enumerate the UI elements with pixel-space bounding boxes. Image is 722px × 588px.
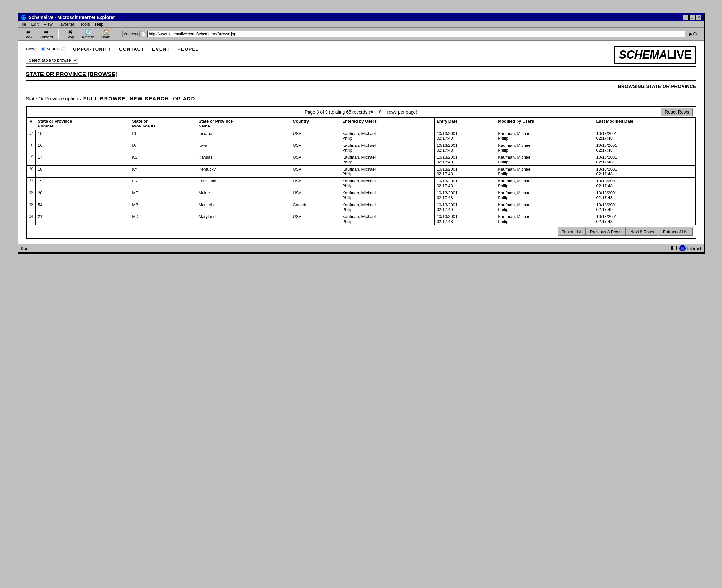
home-button[interactable]: 🏠 Home	[99, 29, 114, 39]
zone-icon: 🌐	[679, 245, 686, 251]
menu-view[interactable]: View	[44, 22, 52, 27]
state-id-cell: ME	[130, 189, 196, 201]
last-modified-cell: 10/13/200102:17:48	[594, 177, 695, 189]
divider-3	[26, 91, 696, 92]
entered-by-cell: Kaufman, MichaelPhilip	[340, 177, 435, 189]
row-number-cell: 19	[27, 154, 36, 166]
go-arrow-icon: ▶	[689, 32, 692, 36]
entered-by-cell: Kaufman, MichaelPhilip	[340, 166, 435, 177]
stop-button[interactable]: ✖ Stop	[63, 29, 78, 39]
close-button[interactable]: ✕	[696, 15, 701, 20]
state-name-cell: Louisiana	[196, 177, 291, 189]
logo-live: LIVE	[667, 48, 691, 61]
go-button[interactable]: ▶ Go	[686, 31, 701, 37]
add-link[interactable]: ADD	[183, 96, 195, 101]
menu-bar: File Edit View Favorites Tools Help	[18, 21, 704, 28]
modified-by-cell: Kaufman, MichaelPhilip	[496, 177, 594, 189]
back-label: Back	[24, 35, 32, 39]
table-row: 19 17 KS Kansas USA Kaufman, MichaelPhil…	[27, 154, 695, 166]
url-input[interactable]	[147, 31, 685, 37]
state-id-cell: MD	[130, 213, 196, 225]
entered-by-cell: Kaufman, MichaelPhilip	[340, 130, 435, 142]
country-cell: USA	[291, 177, 340, 189]
search-radio[interactable]	[61, 47, 65, 51]
entered-by-cell: Kaufman, MichaelPhilip	[340, 154, 435, 166]
resize-box-1	[667, 246, 672, 251]
nav-opportunity[interactable]: OPPORTUNITY	[73, 46, 111, 52]
entry-date-cell: 10/13/200102:17:48	[435, 177, 496, 189]
bottom-of-list-button[interactable]: Bottom of List	[658, 227, 693, 236]
menu-edit[interactable]: Edit	[31, 22, 38, 27]
status-right: 🌐 Internet	[667, 245, 701, 251]
entered-by-cell: Kaufman, MichaelPhilip	[340, 201, 435, 213]
menu-help[interactable]: Help	[95, 22, 104, 27]
main-content: Browse Search OPPORTUNITY CONTACT EVENT …	[18, 41, 704, 244]
entry-date-cell: 10/13/200102:17:48	[435, 130, 496, 142]
table-header-row: # State or ProvinceNumber State orProvin…	[27, 118, 695, 130]
window-title: Schemalive - Microsoft Internet Explorer	[29, 15, 115, 20]
state-id-cell: KS	[130, 154, 196, 166]
state-number-cell: 54	[36, 201, 130, 213]
state-name-cell: Iowa	[196, 142, 291, 154]
state-name-cell: Manitoba	[196, 201, 291, 213]
browse-radio[interactable]	[41, 47, 45, 51]
new-search-link[interactable]: NEW SEARCH	[130, 96, 169, 101]
previous-rows-button[interactable]: Previous 8 Rows	[586, 227, 626, 236]
back-button[interactable]: ⬅ Back	[21, 29, 36, 39]
rows-per-page-input[interactable]	[376, 109, 385, 115]
status-text: Done	[21, 246, 31, 251]
resize-boxes	[667, 246, 677, 251]
go-label: Go	[693, 32, 698, 36]
page-icon: 📄	[141, 32, 146, 37]
reset-rows-button[interactable]: Reset Rows	[661, 108, 693, 116]
next-rows-button[interactable]: Next 8 Rows	[626, 227, 658, 236]
toolbar-sep-2	[118, 29, 119, 39]
header-state-id: State orProvince ID	[130, 118, 196, 130]
bottom-of-list-label: Bottom of List	[663, 229, 688, 234]
forward-button[interactable]: ➡ Forward	[39, 29, 54, 39]
toolbar: ⬅ Back ➡ Forward ✖ Stop 🔄 Refresh 🏠 Home…	[18, 28, 704, 41]
state-id-cell: IA	[130, 142, 196, 154]
row-number-cell: 20	[27, 166, 36, 177]
row-number-cell: 17	[27, 130, 36, 142]
modified-by-cell: Kaufman, MichaelPhilip	[496, 189, 594, 201]
logo-schema: SCHEMA	[619, 48, 667, 61]
reset-rows-label: Reset Rows	[665, 109, 689, 114]
modified-by-cell: Kaufman, MichaelPhilip	[496, 130, 594, 142]
state-id-cell: IN	[130, 130, 196, 142]
nav-contact[interactable]: CONTACT	[119, 46, 144, 52]
options-prefix: State Or Province options:	[26, 96, 83, 101]
toolbar-sep-1	[58, 29, 59, 39]
full-browse-link[interactable]: FULL BROWSE	[83, 96, 126, 101]
nav-people[interactable]: PEOPLE	[177, 46, 199, 52]
minimize-button[interactable]: _	[683, 15, 688, 20]
row-number-cell: 18	[27, 142, 36, 154]
country-cell: USA	[291, 130, 340, 142]
next-rows-label: Next 8 Rows	[630, 229, 654, 234]
nav-event[interactable]: EVENT	[152, 46, 170, 52]
table-select[interactable]: Select table to browse	[26, 57, 78, 64]
page-title: STATE OR PROVINCE [BROWSE]	[26, 71, 696, 78]
top-of-list-button[interactable]: Top of List	[558, 227, 586, 236]
table-container: Page 3 of 9 (totaling 65 records @ rows …	[26, 106, 696, 238]
refresh-label: Refresh	[82, 35, 94, 39]
menu-tools[interactable]: Tools	[80, 22, 89, 27]
rows-suffix: rows per page)	[387, 109, 417, 114]
zone-label: Internet	[687, 246, 701, 251]
nav-row: Browse Search OPPORTUNITY CONTACT EVENT …	[26, 46, 199, 52]
last-modified-cell: 10/13/200102:17:49	[594, 201, 695, 213]
page-info: Page 3 of 9 (totaling 65 records @	[305, 109, 373, 114]
modified-by-cell: Kaufman, MichaelPhilip	[496, 213, 594, 225]
title-bar-buttons: _ □ ✕	[683, 15, 701, 20]
refresh-button[interactable]: 🔄 Refresh	[81, 29, 96, 39]
table-row: 23 54 MB Manitoba Canada Kaufman, Michae…	[27, 201, 695, 213]
state-name-cell: Maine	[196, 189, 291, 201]
country-cell: Canada	[291, 201, 340, 213]
stop-label: Stop	[66, 35, 74, 39]
browsing-subject: STATE OR PROVINCE	[646, 84, 696, 89]
menu-favorites[interactable]: Favorites	[58, 22, 75, 27]
maximize-button[interactable]: □	[689, 15, 695, 20]
data-table: # State or ProvinceNumber State orProvin…	[27, 117, 696, 225]
entered-by-cell: Kaufman, MichaelPhilip	[340, 213, 435, 225]
menu-file[interactable]: File	[20, 22, 26, 27]
